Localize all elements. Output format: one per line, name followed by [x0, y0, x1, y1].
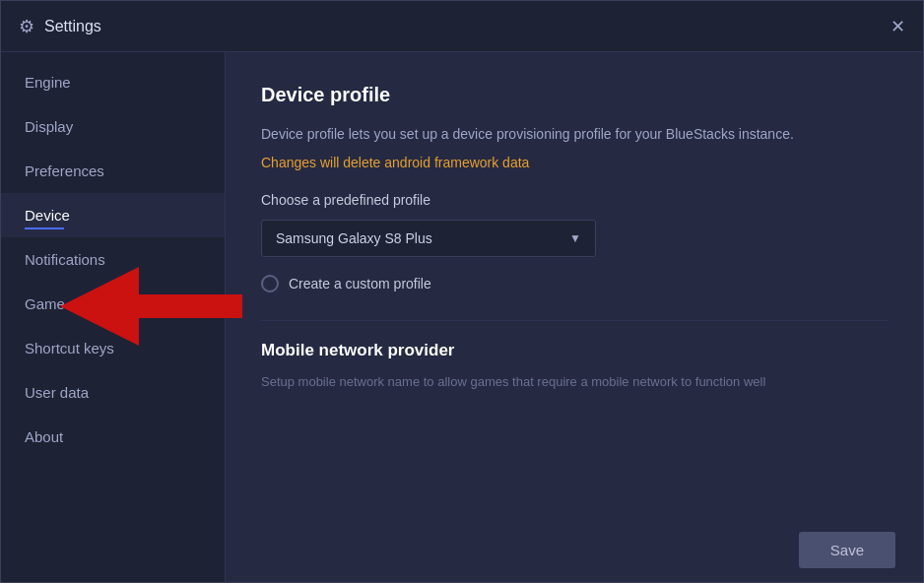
device-profile-desc: Device profile lets you set up a device … — [261, 124, 888, 145]
predefined-profile-label: Choose a predefined profile — [261, 192, 888, 208]
profile-dropdown-container: Samsung Galaxy S8 Plus ▼ — [261, 220, 888, 257]
mobile-network-desc: Setup mobile network name to allow games… — [261, 372, 888, 392]
dropdown-selected-value: Samsung Galaxy S8 Plus — [276, 230, 432, 246]
save-bar: Save — [226, 518, 923, 582]
sidebar-item-device[interactable]: Device — [1, 193, 225, 237]
sidebar: Engine Display Preferences Device Notifi… — [1, 52, 226, 582]
window-title: Settings — [44, 18, 891, 35]
warning-text: Changes will delete android framework da… — [261, 155, 888, 170]
sidebar-item-shortcut-keys[interactable]: Shortcut keys — [1, 326, 225, 370]
device-profile-title: Device profile — [261, 84, 888, 106]
section-divider — [261, 320, 888, 321]
settings-icon: ⚙ — [19, 16, 34, 37]
mobile-network-title: Mobile network provider — [261, 341, 888, 360]
content-area: Engine Display Preferences Device Notifi… — [1, 52, 923, 582]
main-content: Device profile Device profile lets you s… — [226, 52, 923, 582]
sidebar-item-notifications[interactable]: Notifications — [1, 237, 225, 282]
custom-profile-row[interactable]: Create a custom profile — [261, 275, 888, 292]
sidebar-item-about[interactable]: About — [1, 415, 225, 459]
sidebar-item-user-data[interactable]: User data — [1, 370, 225, 415]
custom-profile-radio[interactable] — [261, 275, 279, 292]
sidebar-item-game-settings[interactable]: Game settings — [1, 282, 225, 326]
custom-profile-label: Create a custom profile — [289, 276, 431, 292]
close-button[interactable]: ✕ — [891, 18, 905, 35]
sidebar-item-display[interactable]: Display — [1, 104, 225, 149]
settings-window: ⚙ Settings ✕ Engine Display Preferences … — [0, 0, 924, 583]
save-button[interactable]: Save — [799, 532, 895, 568]
profile-dropdown[interactable]: Samsung Galaxy S8 Plus ▼ — [261, 220, 596, 257]
sidebar-item-engine[interactable]: Engine — [1, 60, 225, 104]
sidebar-item-preferences[interactable]: Preferences — [1, 149, 225, 193]
title-bar: ⚙ Settings ✕ — [1, 1, 923, 52]
dropdown-arrow-icon: ▼ — [569, 231, 581, 245]
